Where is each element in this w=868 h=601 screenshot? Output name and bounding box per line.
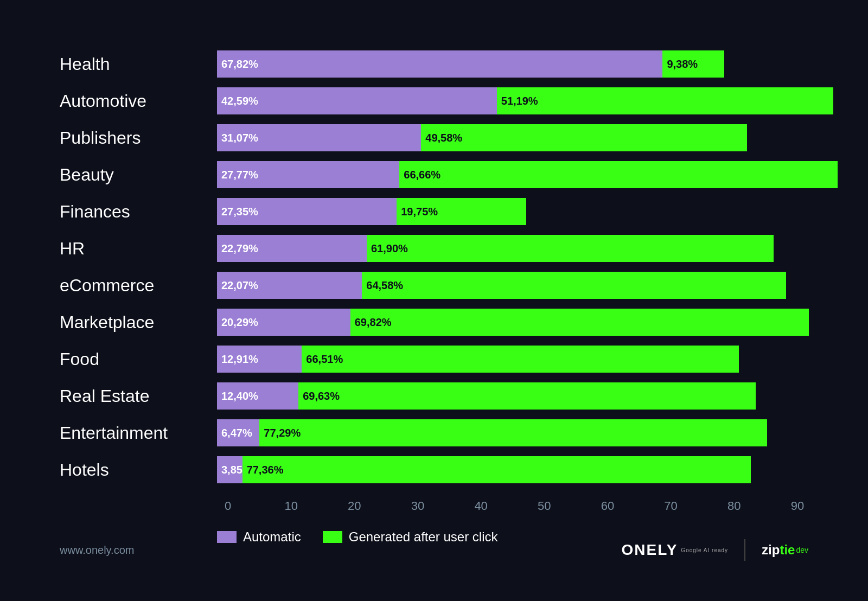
row-label: Hotels bbox=[60, 460, 217, 480]
x-tick: 10 bbox=[280, 499, 302, 513]
row-label: Real Estate bbox=[60, 386, 217, 406]
bars-area: 27,77%66,66% bbox=[217, 161, 838, 188]
onely-wordmark: ONELY bbox=[621, 541, 678, 559]
chart-row: Health67,82%9,38% bbox=[60, 46, 808, 82]
chart-row: Finances27,35%19,75% bbox=[60, 193, 808, 230]
ziptie-dev: dev bbox=[796, 546, 808, 554]
row-label: Entertainment bbox=[60, 423, 217, 443]
bar-green: 61,90% bbox=[367, 235, 774, 262]
chart-row: Marketplace20,29%69,82% bbox=[60, 304, 808, 341]
bar-green: 51,19% bbox=[497, 87, 833, 114]
row-label: Beauty bbox=[60, 165, 217, 185]
chart-row: Real Estate12,40%69,63% bbox=[60, 378, 808, 414]
x-tick: 80 bbox=[723, 499, 745, 513]
ziptie-tie: tie bbox=[780, 542, 795, 558]
bar-purple: 3,85% bbox=[217, 456, 242, 483]
chart-rows: Health67,82%9,38%Automotive42,59%51,19%P… bbox=[60, 46, 808, 488]
row-label: eCommerce bbox=[60, 276, 217, 296]
bar-purple: 22,79% bbox=[217, 235, 367, 262]
bar-purple: 12,91% bbox=[217, 346, 302, 373]
x-tick: 30 bbox=[407, 499, 429, 513]
chart-row: Entertainment6,47%77,29% bbox=[60, 414, 808, 451]
x-axis-inner: 0102030405060708090 bbox=[217, 499, 808, 513]
footer: www.onely.com ONELY Google AI ready zipt… bbox=[60, 539, 808, 561]
chart-row: eCommerce22,07%64,58% bbox=[60, 267, 808, 304]
bar-green: 66,51% bbox=[302, 346, 739, 373]
row-label: Publishers bbox=[60, 128, 217, 148]
bars-area: 27,35%19,75% bbox=[217, 198, 808, 225]
bar-green: 69,63% bbox=[298, 382, 756, 410]
bars-area: 12,40%69,63% bbox=[217, 382, 808, 410]
x-tick: 20 bbox=[343, 499, 365, 513]
chart-container: Health67,82%9,38%Automotive42,59%51,19%P… bbox=[27, 24, 841, 577]
chart-row: HR22,79%61,90% bbox=[60, 230, 808, 267]
bars-area: 67,82%9,38% bbox=[217, 50, 808, 78]
onely-sub: Google AI ready bbox=[681, 547, 728, 553]
bars-area: 20,29%69,82% bbox=[217, 309, 809, 336]
bar-green: 77,36% bbox=[242, 456, 751, 483]
row-label: Automotive bbox=[60, 91, 217, 111]
bar-green: 19,75% bbox=[397, 198, 526, 225]
bars-area: 12,91%66,51% bbox=[217, 346, 808, 373]
bar-purple: 27,77% bbox=[217, 161, 399, 188]
ziptie-logo: ziptiedev bbox=[762, 542, 808, 558]
bar-purple: 6,47% bbox=[217, 419, 259, 446]
row-label: Food bbox=[60, 349, 217, 369]
footer-logos: ONELY Google AI ready ziptiedev bbox=[621, 539, 808, 561]
bar-green: 49,58% bbox=[421, 124, 746, 151]
chart-row: Publishers31,07%49,58% bbox=[60, 119, 808, 156]
x-tick: 40 bbox=[470, 499, 492, 513]
bars-area: 42,59%51,19% bbox=[217, 87, 833, 114]
x-tick: 0 bbox=[217, 499, 239, 513]
bar-purple: 42,59% bbox=[217, 87, 497, 114]
x-axis: 0102030405060708090 bbox=[217, 499, 808, 513]
bar-purple: 20,29% bbox=[217, 309, 350, 336]
row-label: Health bbox=[60, 54, 217, 74]
bar-purple: 12,40% bbox=[217, 382, 298, 410]
logo-divider bbox=[744, 539, 745, 561]
row-label: Finances bbox=[60, 202, 217, 222]
bars-area: 22,07%64,58% bbox=[217, 272, 808, 299]
bar-green: 66,66% bbox=[399, 161, 837, 188]
chart-row: Beauty27,77%66,66% bbox=[60, 156, 808, 193]
bar-purple: 27,35% bbox=[217, 198, 397, 225]
bars-area: 6,47%77,29% bbox=[217, 419, 808, 446]
chart-row: Automotive42,59%51,19% bbox=[60, 82, 808, 119]
bar-green: 77,29% bbox=[259, 419, 767, 446]
bar-green: 69,82% bbox=[350, 309, 809, 336]
bar-purple: 31,07% bbox=[217, 124, 421, 151]
bar-purple: 22,07% bbox=[217, 272, 362, 299]
bar-green: 9,38% bbox=[662, 50, 724, 78]
chart-row: Hotels3,85%77,36% bbox=[60, 451, 808, 488]
bars-area: 22,79%61,90% bbox=[217, 235, 808, 262]
bar-purple: 67,82% bbox=[217, 50, 662, 78]
footer-url: www.onely.com bbox=[60, 544, 134, 557]
bars-area: 3,85%77,36% bbox=[217, 456, 808, 483]
x-tick: 90 bbox=[787, 499, 808, 513]
row-label: HR bbox=[60, 239, 217, 259]
bars-area: 31,07%49,58% bbox=[217, 124, 808, 151]
ziptie-zip: zip bbox=[762, 542, 780, 558]
chart-row: Food12,91%66,51% bbox=[60, 341, 808, 378]
x-tick: 60 bbox=[597, 499, 618, 513]
row-label: Marketplace bbox=[60, 312, 217, 333]
x-tick: 70 bbox=[660, 499, 682, 513]
x-tick: 50 bbox=[533, 499, 555, 513]
bar-green: 64,58% bbox=[362, 272, 786, 299]
onely-logo: ONELY Google AI ready bbox=[621, 541, 728, 559]
